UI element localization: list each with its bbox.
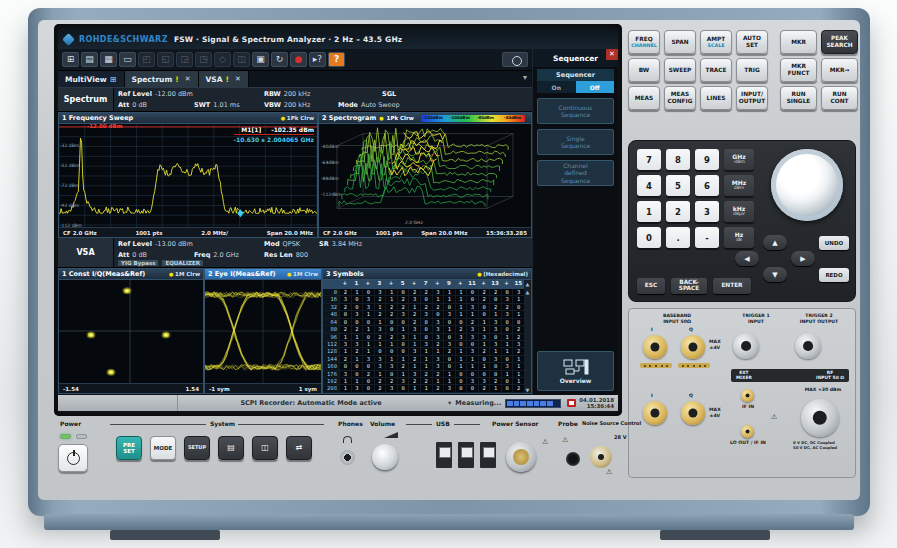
sequencer-on-button[interactable]: On [537, 81, 576, 93]
lo-out-connector[interactable] [741, 425, 754, 438]
close-icon[interactable]: ✕ [606, 49, 618, 60]
peak-search-button[interactable]: PEAK SEARCH [821, 30, 858, 54]
vsa-channel-label[interactable]: VSA [58, 238, 114, 267]
down-arrow-key[interactable]: ▼ [763, 267, 787, 282]
left-arrow-key[interactable]: ◀ [735, 251, 759, 266]
noise-source-connector[interactable] [590, 446, 612, 468]
zoom-area-icon[interactable]: ◰ [138, 52, 155, 67]
key-6[interactable]: 6 [695, 175, 719, 196]
undo-button[interactable]: UNDO [819, 236, 849, 250]
tab-vsa[interactable]: VSA ! ✕ [199, 71, 249, 87]
phones-jack[interactable] [340, 450, 355, 465]
delta-marker-icon[interactable]: ◇ [214, 52, 231, 67]
usb-port[interactable] [480, 442, 496, 468]
save-icon[interactable]: ▦ [100, 52, 117, 67]
key-4[interactable]: 4 [637, 175, 661, 196]
mkr-button[interactable]: MKR [780, 30, 817, 54]
spectrum-channel-label[interactable]: Spectrum [58, 88, 114, 111]
setup-button[interactable]: SETUP [184, 436, 210, 460]
unit-key-ghz[interactable]: GHz-dBm [724, 149, 754, 170]
eye-diagram-title-bar[interactable]: 2 Eye I(Meas&Ref) 1M Clrw [205, 269, 321, 280]
key-1[interactable]: 1 [637, 201, 661, 222]
key-5[interactable]: 5 [666, 175, 690, 196]
refresh-icon[interactable]: ↻ [271, 52, 288, 67]
help-icon[interactable]: ? [328, 52, 345, 67]
scpi-record-icon[interactable]: ● [290, 52, 307, 67]
freq-button[interactable]: FREQCHANNEL [628, 30, 660, 54]
multiview-layout-icon[interactable]: ⊞ [62, 52, 79, 67]
key-dot[interactable]: . [666, 227, 690, 248]
softkey-continuous-sequence[interactable]: Continuous Sequence [537, 98, 614, 124]
baseband-i1-connector[interactable] [643, 335, 667, 359]
redo-button[interactable]: REDO [819, 268, 849, 282]
key-3[interactable]: 3 [695, 201, 719, 222]
fullscreen-icon[interactable]: ▣ [252, 52, 269, 67]
baseband-q2-connector[interactable] [681, 401, 705, 425]
screenshot-camera-button[interactable] [502, 52, 528, 67]
softkey-channel-defined-sequence[interactable]: Channel defined Sequence [537, 160, 614, 186]
key-7[interactable]: 7 [637, 149, 661, 170]
swap-window-button[interactable]: ⇄ [286, 436, 312, 460]
open-file-icon[interactable]: ▤ [81, 52, 98, 67]
sweep-button[interactable]: SWEEP [664, 58, 696, 82]
trig-button[interactable]: TRIG [736, 58, 768, 82]
mkr-to-button[interactable]: MKR→ [821, 58, 858, 82]
trace-tool-icon[interactable]: ◫ [233, 52, 250, 67]
unit-key-mhz[interactable]: MHzdBm [724, 175, 754, 196]
zoom-in-icon[interactable]: ◱ [157, 52, 174, 67]
span-button[interactable]: SPAN [664, 30, 696, 54]
meas-config-button[interactable]: MEAS CONFIG [664, 86, 696, 110]
tab-list-dropdown[interactable]: ▾ [518, 71, 532, 87]
ampt-button[interactable]: AMPTSCALE [700, 30, 732, 54]
tab-multiview[interactable]: MultiView ⊞ [58, 71, 125, 87]
key-minus[interactable]: - [695, 227, 719, 248]
run-cont-button[interactable]: RUN CONT [821, 86, 858, 110]
symbols-title-bar[interactable]: 3 Symbols (Hexadecimal) [323, 269, 531, 280]
softkey-single-sequence[interactable]: Single Sequence [537, 129, 614, 155]
symbols-scrollbar[interactable]: ▲▼ [524, 289, 531, 393]
up-arrow-key[interactable]: ▲ [763, 235, 787, 250]
esc-button[interactable]: ESC [637, 278, 665, 294]
baseband-i2-connector[interactable] [643, 401, 667, 425]
bw-button[interactable]: BW [628, 58, 660, 82]
key-0[interactable]: 0 [637, 227, 661, 248]
tab-spectrum[interactable]: Spectrum ! ✕ [125, 71, 199, 87]
rotary-knob[interactable] [771, 149, 843, 221]
trigger2-connector[interactable] [795, 333, 821, 359]
scpi-recorder-status[interactable]: SCPI Recorder: Automatic Mode active [178, 399, 444, 407]
enter-button[interactable]: ENTER [713, 278, 751, 294]
zoom-off-icon[interactable]: ◲ [176, 52, 193, 67]
backspace-button[interactable]: BACK- SPACE [671, 278, 707, 294]
usb-port[interactable] [436, 442, 452, 468]
help-pointer-icon[interactable]: ▸? [309, 52, 326, 67]
mode-button[interactable]: MODE [150, 436, 176, 460]
trace-button[interactable]: TRACE [700, 58, 732, 82]
power-sensor-connector[interactable] [506, 442, 536, 472]
close-tab-icon[interactable]: ✕ [185, 75, 191, 83]
mkr-funct-button[interactable]: MKR FUNCT [780, 58, 817, 82]
key-9[interactable]: 9 [695, 149, 719, 170]
usb-port[interactable] [458, 442, 474, 468]
trigger1-connector[interactable] [733, 333, 759, 359]
key-2[interactable]: 2 [666, 201, 690, 222]
lines-button[interactable]: LINES [700, 86, 732, 110]
unit-key-hz[interactable]: HzdB [724, 227, 754, 248]
keyboard-button[interactable]: ▤ [218, 436, 244, 460]
baseband-q1-connector[interactable] [681, 335, 705, 359]
status-dropdown-icon[interactable]: ▾ [448, 399, 451, 407]
if-in-connector[interactable] [741, 389, 754, 402]
frequency-sweep-title-bar[interactable]: 1 Frequency Sweep 1Pk Clrw [59, 113, 317, 124]
constellation-title-bar[interactable]: 1 Const I/Q(Meas&Ref) 1M Clrw [59, 269, 203, 280]
preset-button[interactable]: PRE SET [116, 436, 142, 460]
print-icon[interactable]: ▭ [119, 52, 136, 67]
power-button[interactable] [58, 444, 88, 472]
key-8[interactable]: 8 [666, 149, 690, 170]
run-single-button[interactable]: RUN SINGLE [780, 86, 817, 110]
spectrogram-title-bar[interactable]: 2 Spectrogram ●1Pk Clrw -120dBm-100dBm-8… [319, 113, 531, 124]
right-arrow-key[interactable]: ▶ [791, 251, 815, 266]
scroll-up-icon[interactable]: ▲ [524, 280, 531, 289]
volume-knob[interactable] [372, 444, 398, 470]
rf-input-connector[interactable] [801, 399, 839, 437]
marker-tool-icon[interactable]: ◳ [195, 52, 212, 67]
meas-button[interactable]: MEAS [628, 86, 660, 110]
